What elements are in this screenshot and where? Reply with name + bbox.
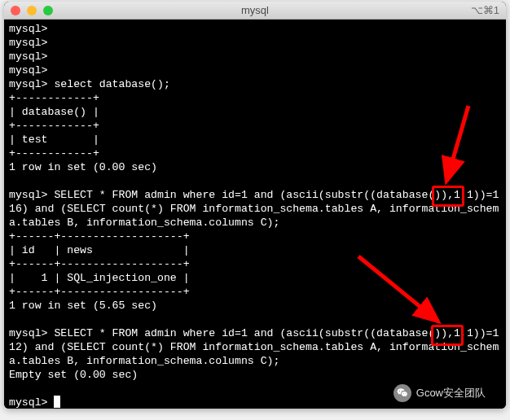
terminal-window: mysql ⌥⌘1 mysql> mysql> mysql> mysql> my…: [4, 2, 506, 409]
maximize-button[interactable]: [43, 6, 53, 15]
watermark-text: Gcow安全团队: [416, 386, 486, 400]
minimize-button[interactable]: [27, 6, 37, 15]
terminal-content[interactable]: mysql> mysql> mysql> mysql> mysql> selec…: [4, 20, 506, 409]
titlebar[interactable]: mysql ⌥⌘1: [4, 2, 506, 20]
window-shortcut: ⌥⌘1: [471, 4, 499, 16]
cursor: [54, 396, 60, 408]
close-button[interactable]: [11, 6, 20, 15]
wechat-icon: [393, 384, 411, 402]
watermark: Gcow安全团队: [393, 384, 486, 402]
traffic-lights: [11, 6, 53, 15]
window-title: mysql: [241, 4, 269, 16]
